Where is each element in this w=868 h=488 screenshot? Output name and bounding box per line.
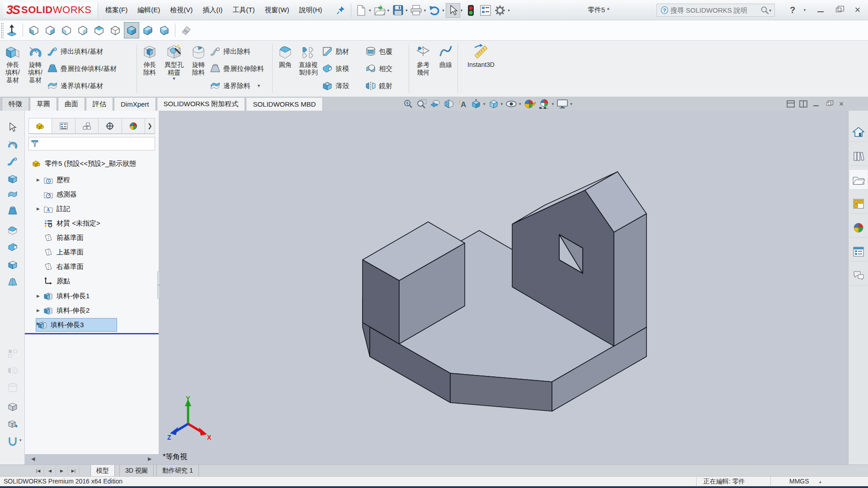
viewport-layout-icon-2[interactable] <box>797 99 810 109</box>
save-caret-icon[interactable]: ▾ <box>406 8 408 13</box>
graphics-viewport[interactable]: Y X Z *等角視 <box>159 111 848 465</box>
design-library-icon[interactable] <box>849 146 868 166</box>
display-style-icon[interactable] <box>505 99 517 109</box>
menu-file[interactable]: 檔案(F) <box>100 4 132 17</box>
extrude-tool-icon[interactable] <box>6 172 19 186</box>
revolve-tool-icon[interactable] <box>6 138 19 151</box>
loft-tool-icon[interactable] <box>6 204 19 218</box>
configuration-manager-tab[interactable] <box>75 118 99 134</box>
revolve-boss-button[interactable]: 旋轉 填料/ 基材 <box>24 43 46 84</box>
normal-to-icon[interactable] <box>4 22 19 38</box>
menu-edit[interactable]: 編輯(E) <box>132 4 165 17</box>
boundary-tool-icon[interactable] <box>6 188 19 201</box>
expand-arrow-icon[interactable]: ▶ <box>37 308 43 313</box>
select-caret-icon[interactable]: ▾ <box>461 8 463 13</box>
mirror-tool-icon[interactable] <box>6 364 19 377</box>
new-document-icon[interactable] <box>354 3 368 18</box>
restore-button[interactable] <box>832 5 845 15</box>
expand-arrow-icon[interactable]: ▶ <box>37 294 43 298</box>
3d-views-tab[interactable]: 3D 視圖 <box>119 465 154 477</box>
search-icon[interactable] <box>760 6 769 15</box>
apply-scene-caret-icon[interactable]: ▾ <box>483 102 486 106</box>
rib-button[interactable]: 肋材 <box>322 43 349 60</box>
close-document-icon[interactable]: × <box>835 99 848 109</box>
zoom-to-area-icon[interactable] <box>416 99 427 109</box>
tree-filter-input[interactable] <box>39 141 153 147</box>
tree-item-boss-extrude1[interactable]: ▶ 填料-伸長1 <box>25 289 158 303</box>
print-caret-icon[interactable]: ▾ <box>424 8 426 13</box>
loft-cut-button[interactable]: 疊層拉伸除料 <box>210 61 264 77</box>
edit-appearance-icon[interactable] <box>524 99 536 109</box>
section-view-icon[interactable] <box>443 99 454 109</box>
fillet-tool-icon[interactable] <box>6 223 19 237</box>
home-icon[interactable] <box>849 122 868 142</box>
tree-item-right-plane[interactable]: 右基準面 <box>25 260 158 273</box>
search-caret-icon[interactable]: ▾ <box>769 8 771 13</box>
scene-caret-icon[interactable]: ▾ <box>552 102 554 106</box>
open-icon[interactable] <box>373 3 387 18</box>
tree-root-item[interactable]: 零件5 (預設<<預設>_顯示狀態 <box>25 157 158 170</box>
spring-tool-icon[interactable] <box>6 434 19 448</box>
view-right-icon[interactable] <box>75 22 90 38</box>
apply-scene-icon[interactable] <box>471 99 481 109</box>
new-document-caret-icon[interactable]: ▾ <box>369 8 371 13</box>
display-manager-tab[interactable] <box>122 118 145 134</box>
view-isometric-icon[interactable] <box>124 22 139 38</box>
pin-icon[interactable] <box>334 3 348 18</box>
viewport-layout-icon-1[interactable] <box>784 99 797 109</box>
menu-window[interactable]: 視窗(W) <box>259 4 294 17</box>
select-cursor-tool-icon[interactable] <box>6 121 19 134</box>
view-orientation-caret-icon[interactable]: ▾ <box>501 102 503 106</box>
tree-item-origin[interactable]: 原點 <box>25 274 158 288</box>
save-icon[interactable] <box>391 3 405 18</box>
menu-tools[interactable]: 工具(T) <box>227 4 259 17</box>
previous-view-icon[interactable] <box>430 99 441 109</box>
panel-expand-chevron-icon[interactable]: ❯ <box>145 118 155 134</box>
appearances-icon[interactable] <box>849 218 868 238</box>
undo-icon[interactable] <box>427 3 442 18</box>
tab-addins[interactable]: SOLIDWORKS 附加程式 <box>157 97 245 111</box>
tree-item-annotations[interactable]: ▶ A 註記 <box>25 202 158 216</box>
search-box[interactable]: ? ▾ <box>656 4 775 17</box>
units-selector[interactable]: MMGS <box>789 478 809 485</box>
feature-manager-tab[interactable] <box>28 118 52 134</box>
units-caret-icon[interactable]: ▴ <box>819 479 821 484</box>
view-settings-icon[interactable] <box>557 99 568 109</box>
options-caret-icon[interactable]: ▾ <box>508 8 510 13</box>
expand-arrow-icon[interactable]: ▶ <box>37 206 43 211</box>
box-tool-icon[interactable] <box>6 400 19 413</box>
file-explorer-icon[interactable] <box>849 170 868 190</box>
display-settings-icon[interactable] <box>478 3 493 18</box>
tab-scroll-prev-icon[interactable]: ◀ <box>44 466 56 475</box>
tree-scroll-left-icon[interactable]: ◀ <box>31 456 35 462</box>
instant3d-button[interactable]: Instant3D <box>460 43 502 69</box>
intersect-button[interactable]: 相交 <box>365 61 392 77</box>
revolve-cut-button[interactable]: 旋轉 除料 <box>188 43 209 76</box>
rollback-bar[interactable] <box>25 333 159 334</box>
tab-evaluate[interactable]: 評估 <box>86 97 113 111</box>
tree-item-boss-extrude3-selected[interactable]: 填料-伸長3 <box>36 318 117 332</box>
left-tool-caret-icon[interactable]: ▾ <box>19 438 22 442</box>
model-tab[interactable]: 模型 <box>90 465 115 477</box>
view-back-icon[interactable] <box>42 22 58 38</box>
menu-view[interactable]: 檢視(V) <box>165 4 198 17</box>
help-button[interactable]: ? <box>786 5 799 15</box>
view-palette-icon[interactable] <box>849 194 868 214</box>
draft-button[interactable]: 拔模 <box>322 61 349 77</box>
linear-pattern-button[interactable]: 直線複 製排列 <box>297 43 320 76</box>
cut-group-caret-icon[interactable]: ▼ <box>257 84 261 88</box>
select-tool-icon[interactable] <box>446 3 460 18</box>
wrap-button[interactable]: 包覆 <box>365 43 392 60</box>
tab-scroll-first-icon[interactable]: |◀ <box>33 466 44 475</box>
view-settings-caret-icon[interactable]: ▾ <box>570 102 572 106</box>
property-manager-tab[interactable] <box>52 118 75 134</box>
loft-boss-button[interactable]: 疊層拉伸填料/基材 <box>47 61 117 77</box>
search-input[interactable] <box>670 6 760 14</box>
shell-tool-icon[interactable] <box>6 258 19 272</box>
tree-item-history[interactable]: ▶ 歷程 <box>25 173 158 187</box>
tab-surfaces[interactable]: 曲面 <box>58 97 85 111</box>
restore-document-icon[interactable] <box>822 99 835 109</box>
sweep-boss-button[interactable]: 掃出填料/基材 <box>47 43 103 60</box>
sweep-tool-icon[interactable] <box>6 155 19 168</box>
tree-filter[interactable] <box>28 137 155 150</box>
